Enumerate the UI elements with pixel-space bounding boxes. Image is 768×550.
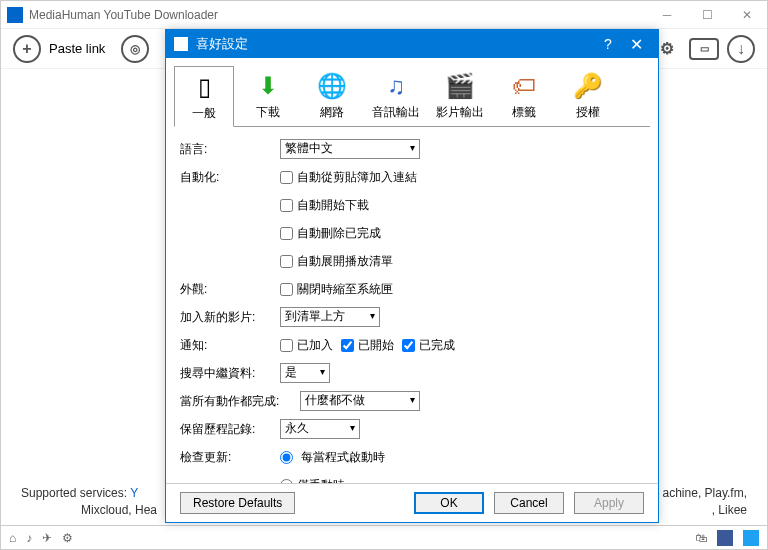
status-bar: ⌂ ♪ ✈ ⚙ 🛍	[1, 525, 767, 549]
auto-expand-checkbox[interactable]: 自動展開播放清單	[280, 253, 393, 270]
paste-link-label: Paste link	[49, 41, 105, 56]
tag-icon: 🏷	[508, 70, 540, 102]
allcomplete-select[interactable]: 什麼都不做	[300, 391, 420, 411]
metadata-select[interactable]: 是	[280, 363, 330, 383]
auto-paste-checkbox[interactable]: 自動從剪貼簿加入連結	[280, 169, 417, 186]
update-onstart-radio[interactable]: 每當程式啟動時	[280, 449, 385, 466]
notify-done-checkbox[interactable]: 已完成	[402, 337, 455, 354]
tab-audio[interactable]: ♫ 音訊輸出	[366, 66, 426, 127]
audio-icon: ♫	[380, 70, 412, 102]
home-icon[interactable]: ⌂	[9, 531, 16, 545]
notify-added-checkbox[interactable]: 已加入	[280, 337, 333, 354]
dialog-title: 喜好設定	[196, 35, 594, 53]
facebook-icon[interactable]	[717, 530, 733, 546]
tab-general[interactable]: ▯ 一般	[174, 66, 234, 127]
checkupdate-label: 檢查更新:	[180, 449, 280, 466]
tab-download[interactable]: ⬇ 下載	[238, 66, 298, 127]
app-icon	[7, 7, 23, 23]
history-select[interactable]: 永久	[280, 419, 360, 439]
key-icon: 🔑	[572, 70, 604, 102]
ok-button[interactable]: OK	[414, 492, 484, 514]
dialog-close-button[interactable]: ✕	[622, 35, 650, 54]
watch-button[interactable]: ◎	[121, 35, 149, 63]
twitter-icon[interactable]	[743, 530, 759, 546]
network-icon: 🌐	[316, 70, 348, 102]
apply-button[interactable]: Apply	[574, 492, 644, 514]
window-title: MediaHuman YouTube Downloader	[29, 8, 647, 22]
tab-tags[interactable]: 🏷 標籤	[494, 66, 554, 127]
tab-network[interactable]: 🌐 網路	[302, 66, 362, 127]
restore-defaults-button[interactable]: Restore Defaults	[180, 492, 295, 514]
minimize-tray-checkbox[interactable]: 關閉時縮至系統匣	[280, 281, 393, 298]
allcomplete-label: 當所有動作都完成:	[180, 393, 300, 410]
maximize-button[interactable]: ☐	[687, 1, 727, 29]
preferences-dialog: 喜好設定 ? ✕ ▯ 一般 ⬇ 下載 🌐 網路 ♫ 音訊輸出 🎬 影片輸出 🏷 …	[165, 29, 659, 523]
cancel-button[interactable]: Cancel	[494, 492, 564, 514]
video-icon: 🎬	[444, 70, 476, 102]
music-icon[interactable]: ♪	[26, 531, 32, 545]
language-label: 語言:	[180, 141, 280, 158]
gear-icon[interactable]: ⚙	[62, 531, 73, 545]
auto-start-checkbox[interactable]: 自動開始下載	[280, 197, 369, 214]
tab-license[interactable]: 🔑 授權	[558, 66, 618, 127]
dialog-titlebar: 喜好設定 ? ✕	[166, 30, 658, 58]
history-label: 保留歷程記錄:	[180, 421, 280, 438]
auto-delete-checkbox[interactable]: 自動刪除已完成	[280, 225, 381, 242]
appearance-label: 外觀:	[180, 281, 280, 298]
dialog-footer: Restore Defaults OK Cancel Apply	[166, 483, 658, 522]
automation-label: 自動化:	[180, 169, 280, 186]
minimize-button[interactable]: ─	[647, 1, 687, 29]
notify-started-checkbox[interactable]: 已開始	[341, 337, 394, 354]
addnew-select[interactable]: 到清單上方	[280, 307, 380, 327]
help-button[interactable]: ?	[594, 36, 622, 52]
list-button[interactable]: ▭	[689, 38, 719, 60]
notify-label: 通知:	[180, 337, 280, 354]
addnew-label: 加入新的影片:	[180, 309, 280, 326]
metadata-label: 搜尋中繼資料:	[180, 365, 280, 382]
cart-icon[interactable]: 🛍	[695, 531, 707, 545]
general-pane: 語言: 繁體中文 自動化: 自動從剪貼簿加入連結 自動開始下載 自動刪除已完成 …	[166, 127, 658, 483]
download-all-button[interactable]: ↓	[727, 35, 755, 63]
paste-link-button[interactable]: +	[13, 35, 41, 63]
main-titlebar: MediaHuman YouTube Downloader ─ ☐ ✕	[1, 1, 767, 29]
tab-bar: ▯ 一般 ⬇ 下載 🌐 網路 ♫ 音訊輸出 🎬 影片輸出 🏷 標籤 🔑 授權	[166, 58, 658, 127]
dialog-icon	[174, 37, 188, 51]
general-icon: ▯	[188, 71, 220, 103]
close-button[interactable]: ✕	[727, 1, 767, 29]
tab-video[interactable]: 🎬 影片輸出	[430, 66, 490, 127]
language-select[interactable]: 繁體中文	[280, 139, 420, 159]
download-icon: ⬇	[252, 70, 284, 102]
share-icon[interactable]: ✈	[42, 531, 52, 545]
